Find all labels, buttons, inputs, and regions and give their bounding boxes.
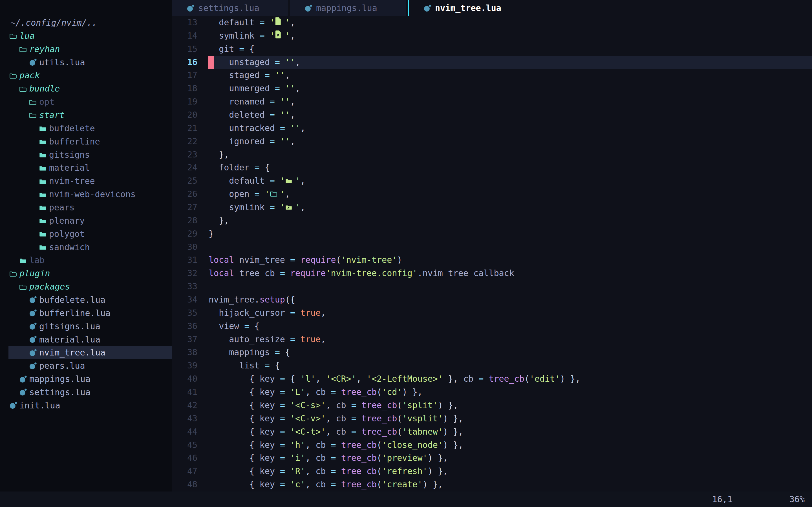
code-line[interactable]: 34nvim_tree.setup({ bbox=[172, 293, 812, 306]
code-editor[interactable]: 13 default = '',14 symlink = '',15 git =… bbox=[172, 16, 812, 491]
code-line[interactable]: 13 default = '', bbox=[172, 16, 812, 29]
tree-item[interactable]: material bbox=[0, 161, 172, 174]
code-line[interactable]: 47 { key = 'R', cb = tree_cb('refresh') … bbox=[172, 465, 812, 478]
code-line[interactable]: 33 bbox=[172, 280, 812, 293]
lua-file-icon bbox=[29, 58, 37, 66]
tree-item[interactable]: gitsigns.lua bbox=[0, 320, 172, 333]
tree-item[interactable]: pears bbox=[0, 201, 172, 214]
tree-item[interactable]: ~/.config/nvim/.. bbox=[0, 16, 172, 29]
tree-item[interactable]: pack bbox=[0, 69, 172, 82]
statusline: 16,1 36% bbox=[0, 492, 812, 507]
code-line[interactable]: 27 symlink = '', bbox=[172, 201, 812, 214]
code-line[interactable]: 40 { key = { 'l', '<CR>', '<2-LeftMouse>… bbox=[172, 372, 812, 386]
code-line[interactable]: 26 open = '', bbox=[172, 187, 812, 201]
code-line[interactable]: 38 mappings = { bbox=[172, 346, 812, 359]
code-token: 'nvim-tree' bbox=[341, 255, 397, 265]
code-line[interactable]: 17 staged = '', bbox=[172, 69, 812, 82]
code-line[interactable]: 28 }, bbox=[172, 214, 812, 227]
code-line[interactable]: 21 untracked = '', bbox=[172, 122, 812, 135]
code-line[interactable]: 46 { key = 'i', cb = tree_cb('preview') … bbox=[172, 452, 812, 465]
code-line[interactable]: 35 hijack_cursor = true, bbox=[172, 306, 812, 320]
code-line[interactable]: 37 auto_resize = true, bbox=[172, 333, 812, 346]
tab-label: nvim_tree.lua bbox=[435, 3, 501, 13]
code-line[interactable]: 20 deleted = '', bbox=[172, 108, 812, 122]
tab-nvim-tree-lua[interactable]: nvim_tree.lua bbox=[409, 0, 525, 16]
tree-item[interactable]: bufferline.lua bbox=[0, 306, 172, 320]
tree-item[interactable]: plenary bbox=[0, 214, 172, 227]
code-token: cb bbox=[315, 440, 331, 450]
code-text: local nvim_tree = require('nvim-tree') bbox=[209, 253, 402, 267]
code-token: { bbox=[250, 400, 260, 410]
code-line[interactable]: 18 unmerged = '', bbox=[172, 82, 812, 95]
tree-item[interactable]: material.lua bbox=[0, 333, 172, 346]
tree-item[interactable]: bufdelete bbox=[0, 122, 172, 135]
code-line[interactable]: 36 view = { bbox=[172, 320, 812, 333]
code-line[interactable]: 44 { key = '<C-t>', cb = tree_cb('tabnew… bbox=[172, 425, 812, 439]
code-token: '<C-t>' bbox=[290, 427, 326, 437]
code-line[interactable]: 48 { key = 'c', cb = tree_cb('create') }… bbox=[172, 478, 812, 491]
tree-item[interactable]: bundle bbox=[0, 82, 172, 95]
tree-item[interactable]: lab bbox=[0, 253, 172, 267]
code-token: tree_cb bbox=[341, 466, 377, 476]
tree-item[interactable]: reyhan bbox=[0, 43, 172, 56]
tree-item[interactable]: mappings.lua bbox=[0, 372, 172, 386]
tree-item[interactable]: opt bbox=[0, 95, 172, 108]
code-token bbox=[209, 97, 229, 107]
tab-mappings-lua[interactable]: mappings.lua bbox=[290, 0, 406, 16]
code-token: , bbox=[285, 70, 290, 80]
code-token bbox=[209, 360, 239, 371]
code-line[interactable]: 31local nvim_tree = require('nvim-tree') bbox=[172, 253, 812, 267]
code-line[interactable]: 32local tree_cb = require'nvim-tree.conf… bbox=[172, 267, 812, 280]
tree-item[interactable]: settings.lua bbox=[0, 386, 172, 399]
code-line[interactable]: 45 { key = 'h', cb = tree_cb('close_node… bbox=[172, 439, 812, 452]
tree-item[interactable]: lua bbox=[0, 29, 172, 43]
tree-item[interactable]: sandwich bbox=[0, 240, 172, 254]
code-line[interactable]: 22 ignored = '', bbox=[172, 135, 812, 148]
tree-item[interactable]: nvim-web-devicons bbox=[0, 187, 172, 201]
code-line[interactable]: 19 renamed = '', bbox=[172, 95, 812, 108]
code-token: cb bbox=[463, 374, 478, 384]
tree-item[interactable]: bufdelete.lua bbox=[0, 293, 172, 306]
tree-item[interactable]: utils.lua bbox=[0, 56, 172, 69]
code-line[interactable]: 25 default = '', bbox=[172, 174, 812, 187]
code-line[interactable]: 43 { key = '<C-v>', cb = tree_cb('vsplit… bbox=[172, 412, 812, 425]
code-line[interactable]: 24 folder = { bbox=[172, 161, 812, 174]
code-line[interactable]: 29} bbox=[172, 227, 812, 240]
tree-item[interactable]: init.lua bbox=[0, 399, 172, 412]
code-token: = bbox=[331, 466, 341, 476]
code-token bbox=[209, 150, 219, 159]
code-line[interactable]: 30 bbox=[172, 240, 812, 254]
code-token: ) }, bbox=[443, 413, 463, 424]
tree-item[interactable]: nvim_tree.lua bbox=[0, 346, 172, 359]
code-line[interactable]: 16 unstaged = '', bbox=[172, 56, 812, 69]
tree-item[interactable]: gitsigns bbox=[0, 148, 172, 161]
code-line[interactable]: 15 git = { bbox=[172, 43, 812, 56]
code-token: = bbox=[351, 413, 361, 424]
code-token: , bbox=[315, 374, 326, 384]
tree-item-label: bufferline bbox=[49, 136, 100, 147]
code-token: , bbox=[300, 123, 305, 133]
tree-item[interactable]: start bbox=[0, 108, 172, 122]
tree-item[interactable]: packages bbox=[0, 280, 172, 293]
tree-item[interactable]: plugin bbox=[0, 267, 172, 280]
code-line[interactable]: 42 { key = '<C-s>', cb = tree_cb('split'… bbox=[172, 399, 812, 412]
tree-item[interactable]: pears.lua bbox=[0, 359, 172, 372]
code-line[interactable]: 14 symlink = '', bbox=[172, 29, 812, 43]
line-number: 36 bbox=[172, 320, 197, 333]
lua-file-icon bbox=[29, 296, 37, 304]
code-line[interactable]: 41 { key = 'L', cb = tree_cb('cd') }, bbox=[172, 386, 812, 399]
line-number: 40 bbox=[172, 372, 197, 386]
tab-settings-lua[interactable]: settings.lua bbox=[172, 0, 288, 16]
folder-open-icon bbox=[29, 99, 37, 105]
code-token: }, bbox=[219, 150, 229, 159]
code-token: 'h' bbox=[290, 440, 305, 450]
tree-item[interactable]: polygot bbox=[0, 227, 172, 240]
code-token: nvim_tree_callback bbox=[423, 268, 514, 278]
code-token: = bbox=[351, 427, 361, 437]
code-line[interactable]: 23 }, bbox=[172, 148, 812, 161]
code-text: local tree_cb = require'nvim-tree.config… bbox=[209, 267, 514, 280]
tree-item[interactable]: bufferline bbox=[0, 135, 172, 148]
tree-item[interactable]: nvim-tree bbox=[0, 174, 172, 187]
code-line[interactable]: 39 list = { bbox=[172, 359, 812, 372]
tree-item-label: bufdelete bbox=[49, 123, 95, 133]
